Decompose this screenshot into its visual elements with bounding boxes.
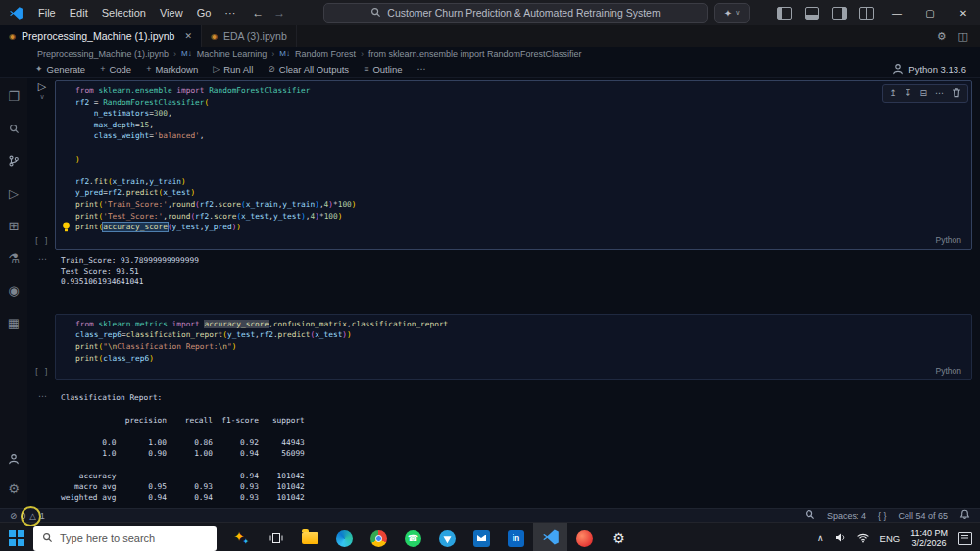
restore-button[interactable]: ▢ [913,0,947,25]
status-bar-right: Spaces: 4{ }Cell 54 of 65 [805,509,980,522]
language-braces-indicator[interactable]: { } [878,511,887,521]
code-token: ) [338,212,343,221]
taskbar-task-view-icon[interactable] [259,523,293,551]
activity-explorer-icon[interactable]: ❐ [4,88,24,104]
split-editor-icon[interactable]: ◫ [958,30,968,43]
menu-view[interactable]: View [153,7,190,19]
code-token: rf2 [108,188,122,197]
taskbar-outlook-icon[interactable] [465,523,499,551]
menu-go[interactable]: Go [190,7,219,19]
collapse-output-icon[interactable]: ⋯ [38,391,47,401]
code-cell[interactable]: ▷∨↥↧⊟⋯from sklearn.ensemble import Rando… [55,80,972,250]
customize-layout-icon[interactable] [859,7,874,20]
cell-editor[interactable]: from sklearn.metrics import accuracy_sco… [55,314,972,380]
taskbar-vscode-icon[interactable] [533,523,567,551]
taskbar-telegram-icon[interactable] [430,523,465,551]
taskbar-file-explorer-icon[interactable] [293,523,327,551]
notifications-bell-icon[interactable] [959,509,970,522]
taskbar-linkedin-icon[interactable]: in [499,523,533,551]
code-line: from sklearn.ensemble import RandomFores… [75,85,963,97]
execute-above-icon[interactable]: ↥ [889,89,897,98]
breadcrumb-item[interactable]: Random Forest [295,49,356,59]
language-indicator[interactable]: ENG [880,533,901,544]
menu-file[interactable]: File [31,7,63,19]
execute-cell-and-below-icon[interactable]: ↧ [905,89,912,98]
statusbar-search-icon[interactable] [805,509,815,522]
tab-2[interactable]: ◉EDA (3).ipynb [202,25,297,47]
activity-search-icon[interactable] [4,121,24,136]
toggle-primary-sidebar-icon[interactable] [777,7,792,20]
kernel-picker[interactable]: Python 3.13.6 [892,63,980,75]
activity-testing-icon[interactable]: ⚗ [4,250,24,266]
menu-selection[interactable]: Selection [95,7,153,19]
hidden-icons-chevron[interactable]: ∧ [817,533,824,543]
problems-indicator[interactable]: ⊘0△1 [0,511,45,521]
toggle-secondary-sidebar-icon[interactable] [832,7,847,20]
code-token: class_rep6 [75,330,122,339]
activity-run-debug-icon[interactable]: ▷ [4,185,24,201]
breadcrumb-item[interactable]: Machine Learning [197,49,268,59]
tab-close-icon[interactable]: ✕ [184,31,192,41]
cell-output: ⋯Classification Report: precision recall… [61,392,972,503]
toggle-panel-icon[interactable] [805,7,819,20]
copilot-button[interactable]: ✦ ∨ [714,3,750,23]
activity-source-control-icon[interactable] [4,153,24,169]
activity-settings-icon[interactable]: ⚙ [4,480,24,496]
more-actions-button[interactable]: ⋯ [417,64,426,74]
notebook-editor[interactable]: ▷∨↥↧⊟⋯from sklearn.ensemble import Rando… [27,78,980,508]
taskbar-clock[interactable]: 11:40 PM 3/2/2026 [910,528,948,549]
nav-forward-icon[interactable]: → [273,6,285,20]
tab-1[interactable]: ◉Preprocessing_Machine (1).ipynb✕ [0,25,202,47]
clear-all-outputs-button[interactable]: ⊘Clear All Outputs [268,64,349,75]
action-center-icon[interactable] [958,532,972,545]
activity-remote-explorer-icon[interactable]: ▦ [4,315,24,330]
code-cell[interactable]: from sklearn.metrics import accuracy_sco… [55,314,972,380]
generate-button[interactable]: ✦Generate [35,64,85,75]
run-cell-button[interactable]: ▷∨ [33,81,51,102]
code-token: 'Train_Score:' [103,200,168,209]
code-token: , [149,121,154,129]
code-line: max_depth=15, [75,120,963,131]
breadcrumb-item[interactable]: from sklearn.ensemble import RandomFores… [368,49,582,59]
taskbar-edge-icon[interactable] [327,523,362,551]
menu-edit[interactable]: Edit [63,7,95,19]
delete-icon[interactable] [952,87,961,100]
activity-extensions-icon[interactable]: ⊞ [4,218,24,233]
cell-editor[interactable]: ↥↧⊟⋯from sklearn.ensemble import RandomF… [55,80,972,250]
network-icon[interactable] [858,532,869,545]
code-token: round [168,212,190,221]
more-actions-button-icon: ⋯ [417,64,426,74]
taskbar-search-input[interactable]: Type here to search [33,526,217,551]
cell-language-label[interactable]: Python [75,235,963,247]
nav-back-icon[interactable]: ← [252,6,264,20]
outline-button[interactable]: ≡Outline [364,64,402,75]
code-token: 'Test_Score:' [103,212,163,221]
add-markdown-cell-button[interactable]: +Markdown [146,64,198,75]
split-cell-icon[interactable]: ⊟ [919,89,927,98]
breadcrumb-item[interactable]: Preprocessing_Machine (1).ipynb [37,49,169,59]
taskbar-settings-icon[interactable]: ⚙ [602,523,636,551]
start-button[interactable] [0,530,33,546]
configure-notebook-icon[interactable]: ⚙ [937,30,947,43]
command-center[interactable]: Customer Churn Prediction & Automated Re… [323,3,708,23]
markdown-icon: M↓ [181,49,192,58]
activity-jupyter-icon[interactable]: ◉ [4,282,24,298]
taskbar-chrome-icon[interactable] [362,523,396,551]
cell-position-indicator[interactable]: Cell 54 of 65 [898,511,948,521]
add-code-cell-button-icon: + [100,64,105,74]
run-all-button[interactable]: ▷Run All [213,64,253,75]
cell-language-label[interactable]: Python [75,366,963,377]
more-icon[interactable]: ⋯ [935,89,944,98]
close-button[interactable]: ✕ [947,0,980,25]
minimize-button[interactable]: — [880,0,913,25]
volume-icon[interactable] [835,532,847,545]
menu-[interactable]: ··· [218,7,242,19]
add-code-cell-button[interactable]: +Code [100,64,131,75]
lightbulb-icon[interactable] [62,222,71,234]
collapse-output-icon[interactable]: ⋯ [38,254,47,264]
taskbar-copilot-icon[interactable]: ✦✦ [224,523,259,551]
taskbar-app-red-icon[interactable] [567,523,602,551]
taskbar-whatsapp-icon[interactable]: ☎ [396,523,430,551]
indent-indicator[interactable]: Spaces: 4 [827,511,866,521]
activity-account-icon[interactable] [4,451,24,467]
